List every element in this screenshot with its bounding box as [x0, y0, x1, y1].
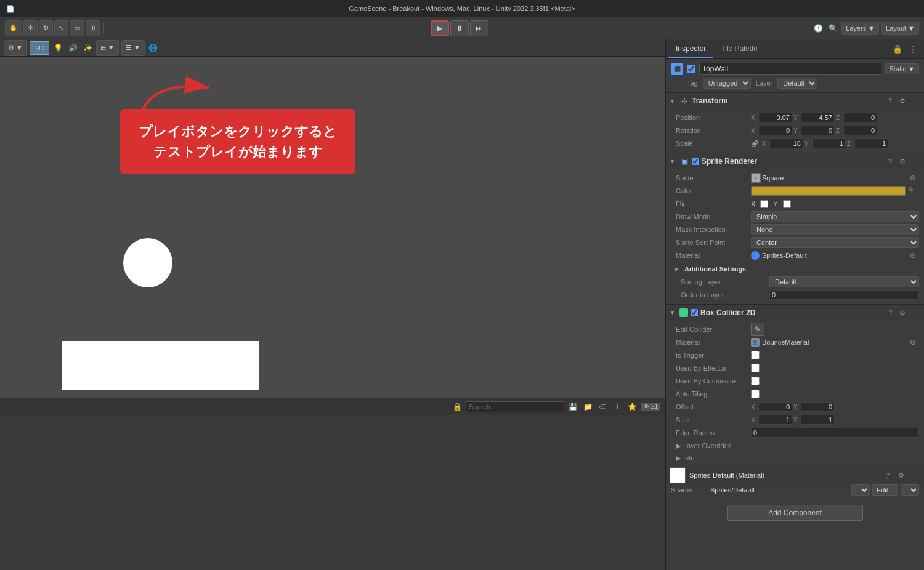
play-button[interactable]: ▶: [431, 20, 449, 36]
used-by-composite-checkbox[interactable]: [751, 377, 760, 385]
sr-material-picker-btn[interactable]: ⊙: [907, 249, 919, 262]
scale-x-input[interactable]: [769, 138, 803, 148]
offset-x-input[interactable]: [758, 402, 792, 412]
scene-fx-btn[interactable]: ✨: [81, 42, 94, 54]
layers-dropdown[interactable]: Layers ▼: [841, 22, 879, 35]
info-row[interactable]: ▶ Info: [671, 452, 919, 464]
edit-collider-btn[interactable]: ✎: [751, 323, 764, 336]
flip-y-checkbox[interactable]: [783, 200, 791, 208]
color-picker-btn[interactable]: ✎: [908, 185, 919, 196]
rot-z-input[interactable]: [843, 126, 877, 135]
rect-tool-btn[interactable]: ▭: [70, 20, 84, 36]
lock-console-btn[interactable]: 🔒: [451, 401, 463, 413]
color-swatch[interactable]: [751, 186, 906, 196]
pos-y-input[interactable]: [801, 113, 835, 122]
add-component-btn[interactable]: Add Component: [727, 505, 863, 521]
search-btn[interactable]: 🔍: [827, 22, 839, 34]
rot-x-input[interactable]: [758, 126, 792, 135]
edge-radius-input[interactable]: [751, 428, 919, 438]
pos-x-input[interactable]: [758, 113, 792, 122]
mat-shader-select[interactable]: [851, 484, 870, 496]
inspector-more-btn[interactable]: ⋮: [907, 43, 919, 55]
gizmos-dropdown[interactable]: ⚙ ▼: [4, 40, 27, 56]
step-button[interactable]: ⏭: [470, 20, 488, 36]
scale-y-input[interactable]: [812, 138, 846, 148]
sprite-sort-point-select[interactable]: Center: [751, 237, 919, 248]
history-btn[interactable]: 🕐: [812, 22, 824, 34]
additional-settings-header[interactable]: ▶ Additional Settings: [671, 262, 919, 276]
mat-edit-btn[interactable]: Edit...: [872, 484, 898, 496]
console-search[interactable]: [466, 401, 564, 412]
order-in-layer-input[interactable]: [769, 290, 919, 300]
rot-y-input[interactable]: [801, 126, 835, 135]
scene-gizmos-btn[interactable]: ☰ ▼: [121, 40, 145, 56]
static-btn[interactable]: Static ▼: [885, 63, 919, 74]
bc-checkbox[interactable]: [691, 309, 698, 316]
sprite-renderer-header[interactable]: ▼ ▣ Sprite Renderer ? ⚙ ⋮: [666, 153, 924, 169]
tab-inspector[interactable]: Inspector: [668, 40, 713, 58]
scene-extra-btn[interactable]: 🌐: [147, 42, 160, 54]
rotate-tool-btn[interactable]: ↻: [39, 20, 53, 36]
szx-label: X: [751, 417, 757, 423]
layout-dropdown[interactable]: Layout ▼: [881, 22, 919, 35]
pause-icon: ⏸: [456, 24, 463, 33]
go-name-input[interactable]: [699, 63, 881, 75]
transform-settings-btn[interactable]: ⚙: [897, 95, 908, 106]
sr-more-btn[interactable]: ⋮: [909, 156, 920, 167]
hand-tool-btn[interactable]: ✋: [5, 20, 22, 36]
sorting-layer-select[interactable]: Default: [769, 276, 919, 287]
bc-more-btn[interactable]: ⋮: [909, 307, 920, 318]
bc-material-picker-btn[interactable]: ⊙: [907, 336, 919, 348]
console-folder-btn[interactable]: 📁: [582, 401, 594, 413]
mat-help-btn[interactable]: ?: [882, 470, 893, 481]
scale-z-input[interactable]: [854, 138, 888, 148]
transform-more-btn[interactable]: ⋮: [909, 95, 920, 106]
draw-mode-select[interactable]: Simple: [751, 211, 919, 222]
2d-mode-btn[interactable]: 2D: [30, 41, 49, 55]
auto-tiling-checkbox[interactable]: [751, 390, 760, 398]
console-tag-btn[interactable]: 🏷: [596, 401, 609, 413]
size-y-input[interactable]: [801, 415, 835, 425]
bc-help-btn[interactable]: ?: [885, 307, 896, 318]
sprite-object-field: ▪ Square: [751, 173, 904, 183]
inspector-lock-btn[interactable]: 🔒: [891, 42, 904, 56]
scene-light-btn[interactable]: 💡: [52, 42, 64, 54]
console-info-btn[interactable]: ℹ: [611, 401, 623, 413]
sprite-picker-btn[interactable]: ⊙: [907, 172, 919, 184]
mat-settings-btn[interactable]: ⚙: [896, 470, 907, 481]
tag-select[interactable]: Untagged: [703, 78, 751, 89]
mask-interaction-select[interactable]: None: [751, 224, 919, 235]
annotation-line2: テストプレイが始まります: [139, 142, 337, 162]
used-by-effector-checkbox[interactable]: [751, 364, 760, 372]
transform-tool-btn[interactable]: ⊞: [86, 20, 100, 36]
flip-label: Flip: [671, 200, 751, 207]
scene-resolution-btn[interactable]: ⊞ ▼: [96, 40, 119, 56]
is-trigger-checkbox[interactable]: [751, 351, 760, 359]
console-star-btn[interactable]: ⭐: [626, 401, 638, 413]
scene-audio-btn[interactable]: 🔊: [67, 42, 79, 54]
position-xyz: X Y Z: [751, 113, 919, 122]
box-collider-header[interactable]: ▼ Box Collider 2D ? ⚙ ⋮: [666, 305, 924, 321]
offset-y-input[interactable]: [801, 402, 835, 412]
sr-checkbox[interactable]: [692, 158, 699, 165]
bc-settings-btn[interactable]: ⚙: [897, 307, 908, 318]
size-x-input[interactable]: [758, 415, 792, 425]
mat-view-select[interactable]: [901, 484, 919, 496]
flip-x-checkbox[interactable]: [760, 200, 768, 208]
scene-content[interactable]: プレイボタンをクリックすると テストプレイが始まります: [0, 57, 665, 398]
scale-tool-btn[interactable]: ⤡: [54, 20, 68, 36]
sr-settings-btn[interactable]: ⚙: [897, 156, 908, 167]
layer-overrides-row[interactable]: ▶ Layer Overrides: [671, 440, 919, 452]
transform-header[interactable]: ▼ ⊹ Transform ? ⚙ ⋮: [666, 93, 924, 109]
transform-help-btn[interactable]: ?: [885, 95, 896, 106]
layer-select[interactable]: Default: [777, 78, 817, 89]
go-active-checkbox[interactable]: [687, 65, 695, 73]
sr-help-btn[interactable]: ?: [885, 156, 896, 167]
title-bar: 📄 GameScene - Breakout - Windows, Mac, L…: [0, 0, 924, 17]
console-save-btn[interactable]: 💾: [567, 401, 579, 413]
mat-more-btn[interactable]: ⋮: [909, 470, 920, 481]
pos-z-input[interactable]: [843, 113, 877, 122]
tab-tile-palette[interactable]: Tile Palette: [713, 40, 765, 58]
pause-button[interactable]: ⏸: [450, 20, 469, 36]
move-tool-btn[interactable]: ✛: [23, 20, 38, 36]
